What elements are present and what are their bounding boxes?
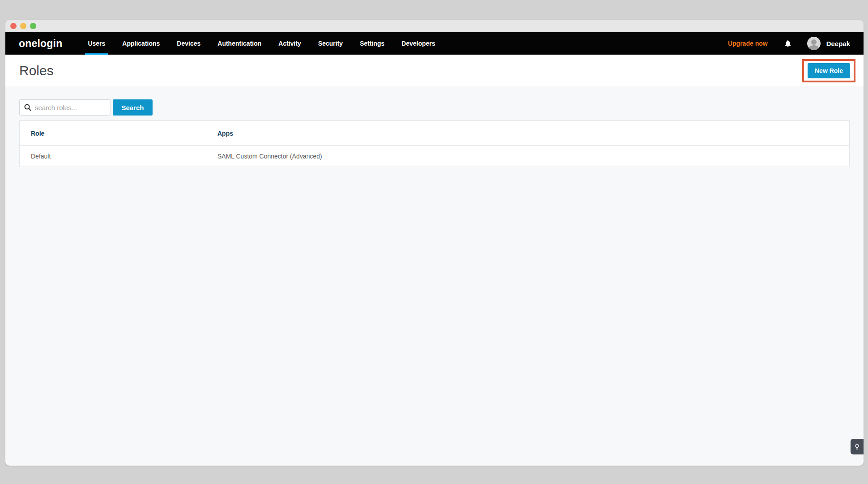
- search-row: Search: [19, 99, 850, 116]
- macos-titlebar: [5, 20, 864, 32]
- search-roles-input[interactable]: [19, 99, 111, 116]
- nav-item-developers[interactable]: Developers: [393, 32, 443, 55]
- column-header-apps: Apps: [217, 130, 838, 137]
- nav-item-users[interactable]: Users: [79, 32, 114, 55]
- role-name-cell: Default: [31, 153, 217, 160]
- user-name: Deepak: [826, 40, 850, 47]
- nav-items: Users Applications Devices Authenticatio…: [79, 32, 443, 55]
- page-title: Roles: [19, 63, 54, 78]
- table-row[interactable]: Default SAML Custom Connector (Advanced): [20, 146, 849, 167]
- lightbulb-icon: [854, 443, 860, 450]
- nav-item-applications[interactable]: Applications: [114, 32, 168, 55]
- new-role-button[interactable]: New Role: [808, 63, 850, 78]
- page-body: Search Role Apps Default SAML Custom Con…: [5, 86, 864, 466]
- table-header-row: Role Apps: [20, 121, 849, 146]
- search-box: [19, 99, 111, 116]
- help-lightbulb-button[interactable]: [851, 439, 864, 454]
- app-window: onelogin Users Applications Devices Auth…: [5, 20, 864, 466]
- minimize-window-button[interactable]: [20, 23, 26, 29]
- navbar-right: Upgrade now Deepak: [728, 37, 850, 50]
- user-menu[interactable]: Deepak: [807, 37, 850, 50]
- zoom-window-button[interactable]: [30, 23, 36, 29]
- page-header: Roles New Role: [5, 55, 864, 86]
- upgrade-now-link[interactable]: Upgrade now: [728, 40, 768, 47]
- nav-item-settings[interactable]: Settings: [351, 32, 393, 55]
- nav-item-authentication[interactable]: Authentication: [209, 32, 270, 55]
- nav-item-devices[interactable]: Devices: [168, 32, 209, 55]
- close-window-button[interactable]: [10, 23, 17, 29]
- role-apps-cell: SAML Custom Connector (Advanced): [217, 153, 838, 160]
- search-button[interactable]: Search: [113, 99, 153, 116]
- nav-item-security[interactable]: Security: [310, 32, 351, 55]
- column-header-role: Role: [31, 130, 217, 137]
- nav-item-activity[interactable]: Activity: [270, 32, 310, 55]
- top-navbar: onelogin Users Applications Devices Auth…: [5, 32, 864, 55]
- notification-bell-icon[interactable]: [784, 39, 792, 47]
- roles-table: Role Apps Default SAML Custom Connector …: [19, 120, 850, 167]
- highlight-annotation-box: New Role: [802, 59, 855, 82]
- avatar: [807, 37, 821, 50]
- onelogin-logo[interactable]: onelogin: [19, 38, 62, 50]
